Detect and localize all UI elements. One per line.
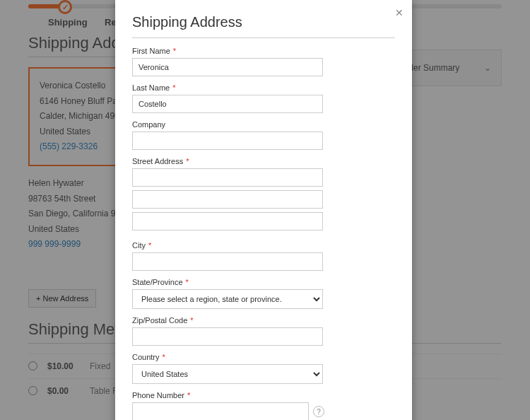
street-label: Street Address* bbox=[132, 157, 395, 165]
street-3-input[interactable] bbox=[132, 212, 323, 231]
company-input[interactable] bbox=[132, 132, 323, 150]
zip-input[interactable] bbox=[132, 327, 323, 346]
phone-label: Phone Number* bbox=[132, 391, 395, 399]
last-name-label: Last Name* bbox=[132, 83, 395, 92]
first-name-input[interactable] bbox=[132, 58, 323, 76]
company-label: Company bbox=[132, 120, 395, 129]
state-select[interactable]: Please select a region, state or provinc… bbox=[132, 289, 323, 309]
street-1-input[interactable] bbox=[132, 168, 323, 187]
state-label: State/Province* bbox=[132, 278, 395, 286]
zip-label: Zip/Postal Code* bbox=[132, 316, 395, 325]
city-input[interactable] bbox=[132, 252, 323, 271]
help-icon[interactable]: ? bbox=[313, 406, 324, 417]
country-label: Country* bbox=[132, 353, 395, 361]
country-select[interactable]: United States bbox=[132, 364, 323, 384]
shipping-address-modal: ✕ Shipping Address First Name* Last Name… bbox=[115, 0, 412, 420]
close-icon[interactable]: ✕ bbox=[395, 7, 404, 18]
modal-title: Shipping Address bbox=[132, 14, 395, 38]
phone-input[interactable] bbox=[132, 402, 309, 420]
city-label: City* bbox=[132, 241, 395, 250]
street-2-input[interactable] bbox=[132, 190, 323, 209]
last-name-input[interactable] bbox=[132, 95, 323, 113]
first-name-label: First Name* bbox=[132, 47, 395, 55]
